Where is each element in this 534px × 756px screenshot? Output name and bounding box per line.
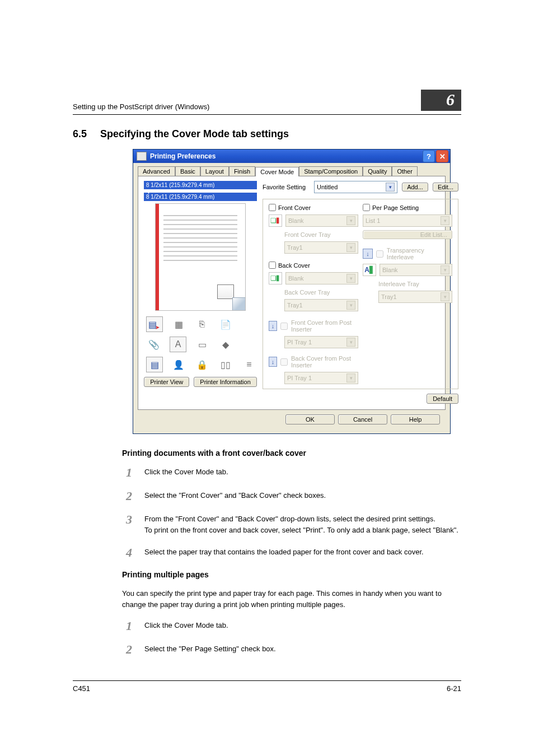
paper-size-label-2: 8 1/2x11 (215.9x279.4 mm) [144,193,257,201]
step-text: Select the "Per Page Setting" check box. [144,643,461,656]
tab-layout[interactable]: Layout [200,166,229,176]
footer-right: 6-21 [447,684,461,693]
front-cover-icon: ❏▋ [269,214,282,227]
back-inserter-label: Back Cover from Post Inserter [291,355,358,368]
chevron-down-icon: ▾ [441,265,449,274]
tab-finish[interactable]: Finish [229,166,255,176]
step-number: 4 [122,547,132,559]
chevron-down-icon: ▾ [346,374,355,382]
tab-basic[interactable]: Basic [175,166,200,176]
per-page-setting-checkbox[interactable]: Per Page Setting [363,204,452,211]
ok-button[interactable]: OK [285,414,335,424]
down-arrow-icon: ↓ [363,249,373,259]
back-cover-icon: ❏▋ [269,272,282,284]
tab-stamp[interactable]: Stamp/Composition [299,166,363,176]
front-inserter-checkbox-input [280,323,288,330]
output-icon[interactable]: 📄 [218,317,233,332]
cancel-button[interactable]: Cancel [338,414,387,424]
front-inserter-tray-dropdown: PI Tray 1▾ [284,336,358,348]
pages-icon[interactable]: ▯▯ [218,357,233,372]
chevron-down-icon: ▾ [346,301,355,310]
step-text: Click the Cover Mode tab. [144,466,461,479]
back-cover-mode-dropdown[interactable]: Blank▾ [285,272,358,284]
back-cover-checkbox-input[interactable] [269,262,276,269]
header-rule [73,114,461,115]
chevron-down-icon: ▾ [346,243,355,252]
step-number: 2 [122,643,132,656]
interleave-tray-label: Interleave Tray [378,281,452,287]
front-cover-mode-dropdown[interactable]: Blank▾ [285,214,358,227]
add-button[interactable]: Add... [402,183,428,192]
back-inserter-tray-dropdown: PI Tray 1▾ [284,372,358,384]
footer-rule [73,680,461,681]
user-icon[interactable]: 👤 [171,357,186,372]
tab-other[interactable]: Other [392,166,418,176]
tab-covermode[interactable]: Cover Mode [255,167,299,176]
favorite-setting-value: Untitled [317,184,338,190]
back-cover-label: Back Cover [278,262,310,269]
front-cover-label: Front Cover [278,204,311,211]
chevron-down-icon: ▾ [346,338,355,347]
front-cover-checkbox[interactable]: Front Cover [269,204,358,211]
default-button[interactable]: Default [427,394,458,404]
subheading-front-back: Printing documents with a front cover/ba… [122,449,461,458]
chevron-down-icon: ▾ [441,216,449,225]
chevron-down-icon: ▾ [386,183,395,192]
tab-advanced[interactable]: Advanced [138,166,175,176]
printer-icon [137,152,147,161]
front-cover-checkbox-input[interactable] [269,204,276,211]
close-icon[interactable]: ✕ [436,150,448,162]
favorite-setting-dropdown[interactable]: Untitled ▾ [314,181,397,193]
transparency-checkbox-input [376,250,383,258]
booklet-icon[interactable]: ▭ [194,337,210,352]
section-number: 6.5 [73,128,87,140]
printing-preferences-dialog: Printing Preferences ? ✕ Advanced Basic … [133,149,451,434]
chevron-down-icon: ▾ [346,216,355,225]
duplex-icon[interactable]: ⎘ [194,317,210,332]
step-text: Select the paper tray that contains the … [144,547,461,559]
down-arrow-icon: ↓ [269,321,277,331]
step-text: From the "Front Cover" and "Back Cover" … [144,514,461,535]
step-number: 1 [122,466,132,479]
chapter-number-badge: 6 [421,90,461,111]
edit-button[interactable]: Edit... [433,183,458,192]
lines-icon[interactable]: ≡ [241,357,257,372]
titlebar[interactable]: Printing Preferences ? ✕ [133,150,450,163]
per-page-setting-label: Per Page Setting [372,204,419,211]
list-icon[interactable]: ▤ [146,357,163,372]
chevron-down-icon: ▾ [346,274,355,283]
corner-peel-icon [232,297,245,310]
interleave-icon: A▋ [363,264,376,276]
transparency-label: Transparency Interleave [387,247,452,260]
front-cover-tray-dropdown[interactable]: Tray1▾ [284,241,358,254]
back-cover-tray-dropdown[interactable]: Tray1▾ [284,299,358,311]
step-number: 2 [122,490,132,502]
section-title: Specifying the Cover Mode tab settings [100,128,289,140]
favorite-setting-label: Favorite Setting [263,184,310,190]
front-inserter-label: Front Cover from Post Inserter [291,319,358,333]
intro-paragraph: You can specify the print type and paper… [122,588,461,610]
orientation-icon[interactable]: ▤➤ [146,316,163,332]
front-cover-tray-label: Front Cover Tray [284,231,358,238]
letter-a-icon[interactable]: A [170,337,186,352]
footer-left: C451 [73,684,90,693]
back-inserter-checkbox-input [280,358,288,366]
color-icon[interactable]: ◆ [218,337,233,352]
step-text: Select the "Front Cover" and "Back Cover… [144,490,461,502]
running-header: Setting up the PostScript driver (Window… [73,102,209,111]
lock-icon[interactable]: 🔒 [194,357,210,372]
subheading-multiple-pages: Printing multiple pages [122,570,461,579]
paper-size-label-1: 8 1/2x11 (215.9x279.4 mm) [144,181,257,189]
help-button[interactable]: Help [391,414,440,424]
nup-icon[interactable]: ▦ [171,317,186,332]
printer-info-button[interactable]: Printer Information [194,377,256,387]
back-cover-checkbox[interactable]: Back Cover [269,262,358,269]
staple-icon[interactable]: 📎 [146,337,162,352]
per-page-setting-checkbox-input[interactable] [363,204,370,211]
step-text: Click the Cover Mode tab. [144,620,461,632]
tab-strip: Advanced Basic Layout Finish Cover Mode … [138,166,446,176]
tab-quality[interactable]: Quality [363,166,392,176]
per-page-list-dropdown[interactable]: List 1▾ [363,214,452,227]
printer-view-button[interactable]: Printer View [144,377,189,387]
help-icon[interactable]: ? [423,150,435,162]
